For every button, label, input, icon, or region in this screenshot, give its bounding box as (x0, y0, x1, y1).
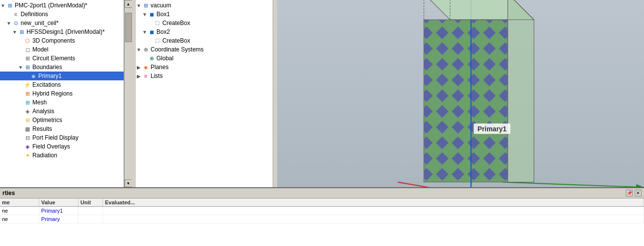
prop-cell-eval-0 (103, 207, 644, 215)
expand-coord[interactable]: ▼ (136, 47, 142, 52)
col-header-value: Value (39, 198, 78, 206)
properties-close-button[interactable]: ✕ (635, 190, 642, 197)
prop-cell-name-1: ne (0, 215, 39, 223)
results-label: Results (32, 125, 52, 132)
tree-item-results[interactable]: ▦ Results (0, 124, 124, 133)
tree-item-analysis[interactable]: ◈ Analysis (0, 107, 124, 116)
3d-components-label: 3D Components (32, 37, 75, 44)
tree-item-hfssdesign1[interactable]: ▼ ⊞ HFSSDesign1 (DrivenModal)* (0, 27, 124, 36)
expand-planes[interactable]: ▶ (136, 65, 142, 70)
tree-item-global[interactable]: ⊕ Global (136, 54, 273, 63)
global-label: Global (156, 55, 174, 62)
expand-vacuum[interactable]: ▼ (136, 3, 142, 8)
expand-box1[interactable]: ▼ (142, 12, 148, 17)
left-tree-panel[interactable]: ▼ ⊞ PMC-2port1 (DrivenModal)* ≡ Definiti… (0, 0, 124, 187)
hfssdesign1-label: HFSSDesign1 (DrivenModal)* (26, 28, 104, 35)
properties-pin-button[interactable]: 📌 (626, 190, 633, 197)
pmc2port1-label: PMC-2port1 (DrivenModal)* (15, 2, 87, 9)
scroll-track[interactable] (125, 8, 132, 179)
tree-item-boundaries[interactable]: ▼ ⊞ Boundaries (0, 63, 124, 72)
prop-row-1[interactable]: ne Primary (0, 215, 644, 223)
hfss-icon: ⊞ (18, 28, 26, 36)
createbox1-label: CreateBox (162, 20, 190, 26)
tree-item-definitions[interactable]: ≡ Definitions (0, 10, 124, 19)
boundaries-label: Boundaries (32, 64, 62, 71)
col-header-unit: Unit (78, 198, 103, 206)
tree-item-excitations[interactable]: ⚡ Excitations (0, 80, 124, 89)
tree-item-planes[interactable]: ▶ ◈ Planes (136, 63, 273, 72)
primary1-label: Primary1 (38, 73, 62, 79)
tree-item-createbox2[interactable]: ☐ CreateBox (136, 36, 273, 45)
box2-icon: ◼ (148, 28, 155, 36)
svg-rect-23 (424, 20, 508, 182)
expand-nuc[interactable]: ▼ (6, 21, 12, 26)
optimetrics-icon: ⊞ (24, 116, 31, 124)
scroll-thumb[interactable] (125, 13, 132, 42)
definitions-label: Definitions (21, 11, 48, 18)
expand-hfss[interactable]: ▼ (12, 29, 18, 35)
tree-item-createbox1[interactable]: ☐ CreateBox (136, 19, 273, 27)
3d-viewport[interactable]: Primary1 U y (277, 0, 644, 187)
tree-item-3d-components[interactable]: ⬡ 3D Components (0, 36, 124, 45)
port-field-icon: ⊟ (24, 134, 31, 142)
excitations-label: Excitations (32, 81, 61, 88)
expand-lists[interactable]: ▶ (136, 74, 142, 79)
tree-item-coord-systems[interactable]: ▼ ⊕ Coordinate Systems (136, 45, 273, 54)
prop-cell-value-0: Primary1 (39, 207, 78, 215)
box2-label: Box2 (156, 28, 170, 35)
createbox2-icon: ☐ (154, 37, 161, 45)
tree-item-hybrid-regions[interactable]: ⊞ Hybrid Regions (0, 89, 124, 98)
expand-boundaries[interactable]: ▼ (18, 65, 24, 70)
model-icon: ◻ (24, 46, 31, 53)
tree-item-vacuum[interactable]: ▼ ⊞ vacuum (136, 1, 273, 10)
hybrid-icon: ⊞ (24, 90, 31, 98)
analysis-label: Analysis (32, 108, 54, 115)
left-panel-scrollbar[interactable]: ▲ ▼ (124, 0, 132, 187)
scroll-up-button[interactable]: ▲ (125, 0, 132, 8)
tree-item-optimetrics[interactable]: ⊞ Optimetrics (0, 116, 124, 124)
excitations-icon: ⚡ (24, 81, 31, 89)
radiation-label: Radiation (32, 152, 57, 159)
svg-text:y: y (623, 187, 626, 187)
field-overlays-icon: ◈ (24, 143, 31, 150)
planes-icon: ◈ (142, 63, 150, 71)
tree-item-mesh[interactable]: ⊞ Mesh (0, 98, 124, 107)
prop-row-0[interactable]: ne Primary1 (0, 207, 644, 215)
tree-item-box2[interactable]: ▼ ◼ Box2 (136, 27, 273, 36)
tree-item-primary1[interactable]: ◆ Primary1 (0, 72, 124, 80)
box1-icon: ◼ (148, 10, 155, 18)
tree-item-model[interactable]: ◻ Model (0, 45, 124, 54)
tree-item-port-field-display[interactable]: ⊟ Port Field Display (0, 133, 124, 142)
tree-item-lists[interactable]: ▶ ≡ Lists (136, 72, 273, 80)
tree-item-circuit-elements[interactable]: ⊞ Circuit Elements (0, 54, 124, 63)
results-icon: ▦ (24, 125, 31, 133)
tree-item-pmc2port1[interactable]: ▼ ⊞ PMC-2port1 (DrivenModal)* (0, 1, 124, 10)
primary1-icon: ◆ (29, 72, 37, 80)
createbox1-icon: ☐ (154, 19, 161, 27)
vacuum-label: vacuum (151, 2, 171, 9)
expand-box2[interactable]: ▼ (142, 29, 148, 35)
mesh-label: Mesh (32, 99, 47, 106)
col-header-name: me (0, 198, 39, 206)
radiation-icon: ✦ (24, 151, 31, 159)
port-field-display-label: Port Field Display (32, 134, 78, 141)
tree-item-new-unit-ceil[interactable]: ▼ ⊙ new_unit_ceil* (0, 19, 124, 27)
definitions-icon: ≡ (12, 10, 20, 18)
tree-item-box1[interactable]: ▼ ◼ Box1 (136, 10, 273, 19)
panel-divider[interactable] (132, 0, 136, 187)
scroll-down-button[interactable]: ▼ (125, 179, 132, 187)
planes-label: Planes (151, 64, 169, 71)
tree-item-field-overlays[interactable]: ◈ Field Overlays (0, 142, 124, 151)
prop-cell-name-0: ne (0, 207, 39, 215)
analysis-icon: ◈ (24, 107, 31, 115)
model-label: Model (32, 46, 49, 53)
coord-icon: ⊕ (142, 46, 150, 53)
vacuum-icon: ⊞ (142, 1, 150, 9)
svg-marker-22 (508, 0, 534, 182)
boundaries-icon: ⊞ (24, 63, 31, 71)
tree-item-radiation[interactable]: ✦ Radiation (0, 151, 124, 160)
prop-table-body: ne Primary1 ne Primary (0, 207, 644, 246)
panel-divider-2[interactable] (273, 0, 277, 187)
expand-pmc2port1[interactable]: ▼ (0, 3, 6, 8)
optimetrics-label: Optimetrics (32, 117, 62, 123)
